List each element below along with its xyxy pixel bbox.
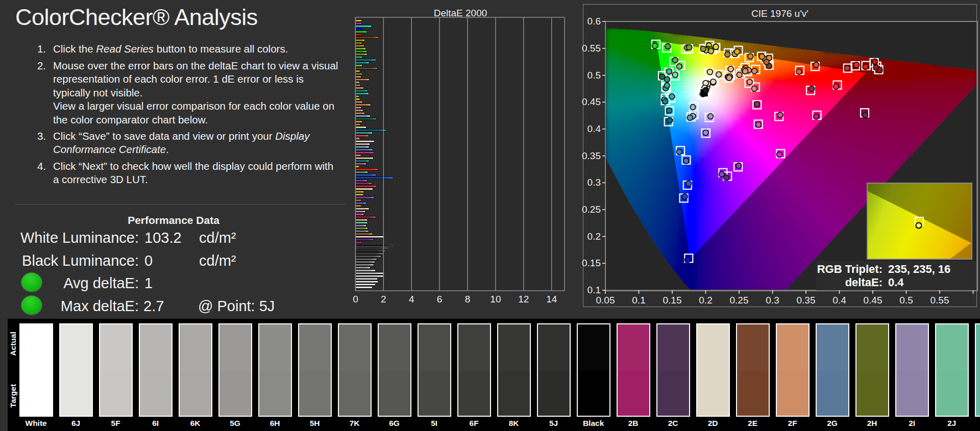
svg-text:0.55: 0.55	[930, 295, 949, 306]
svg-text:0.2: 0.2	[699, 295, 712, 306]
svg-text:0.35: 0.35	[797, 295, 816, 306]
svg-text:0.3: 0.3	[587, 177, 601, 188]
svg-text:0.1: 0.1	[587, 285, 601, 295]
svg-text:0.25: 0.25	[730, 295, 749, 306]
svg-text:0.25: 0.25	[582, 204, 601, 215]
svg-text:0.55: 0.55	[582, 43, 601, 54]
svg-text:0.05: 0.05	[596, 295, 615, 306]
svg-text:0.4: 0.4	[587, 123, 601, 134]
svg-text:0.1: 0.1	[632, 295, 645, 306]
svg-text:0.3: 0.3	[766, 295, 779, 306]
svg-text:0.5: 0.5	[587, 70, 601, 81]
svg-text:0.4: 0.4	[832, 295, 846, 306]
svg-text:0.15: 0.15	[663, 295, 682, 306]
svg-text:0.6: 0.6	[587, 16, 601, 27]
svg-text:0.45: 0.45	[864, 295, 883, 306]
svg-text:0.5: 0.5	[899, 295, 913, 306]
svg-text:0.2: 0.2	[587, 231, 601, 242]
svg-text:0.45: 0.45	[582, 96, 601, 107]
svg-text:0.35: 0.35	[582, 150, 601, 161]
svg-text:0.15: 0.15	[582, 258, 601, 268]
